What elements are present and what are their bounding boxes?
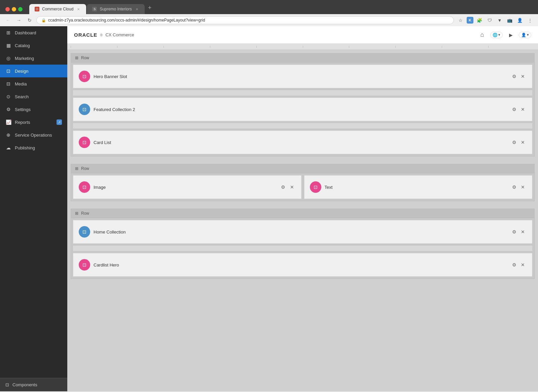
traffic-light-maximize[interactable] <box>18 7 23 11</box>
slot-close-home-collection[interactable]: ✕ <box>519 228 527 236</box>
app-header: ORACLE ® CX Commerce ⌂ 🌐 ▾ ▶ 👤 ▾ <box>67 26 538 44</box>
slot-actions-home-collection: ⚙ ✕ <box>510 228 527 236</box>
slot-close-text[interactable]: ✕ <box>519 183 527 191</box>
header-actions: ⌂ 🌐 ▾ ▶ 👤 ▾ <box>477 30 531 40</box>
slot-name-home-collection: Home Collection <box>94 229 507 235</box>
slot-actions-image: ⚙ ✕ <box>280 183 296 191</box>
ruler-mark <box>210 46 256 48</box>
ruler-between-rows-1 <box>71 159 535 163</box>
traffic-light-close[interactable] <box>5 7 10 11</box>
extension-down[interactable]: ▼ <box>496 16 504 24</box>
sidebar-item-publishing[interactable]: ☁ Publishing <box>0 141 67 154</box>
user-dropdown-arrow: ▾ <box>527 33 529 37</box>
tab-label-commerce: Commerce Cloud <box>42 7 73 11</box>
slot-name-cardlist-hero: Cardlist Hero <box>94 262 507 268</box>
title-bar: O Commerce Cloud ✕ S Supremo Interiors ✕… <box>0 0 538 14</box>
sidebar-item-reports[interactable]: 📈 Reports ↗ <box>0 116 67 129</box>
forward-button[interactable]: → <box>15 16 23 24</box>
new-tab-button[interactable]: + <box>145 4 154 14</box>
slot-gear-image[interactable]: ⚙ <box>280 183 287 191</box>
slot-icon-cardlist-hero: ⊡ <box>79 259 90 271</box>
sidebar-item-settings[interactable]: ⚙ Settings <box>0 103 67 116</box>
slot-close-image[interactable]: ✕ <box>288 183 296 191</box>
slot-name-image: Image <box>94 185 276 190</box>
address-bar-row: ← → ↻ 🔒 ccadmin-z7ya.oracleoutsourcing.c… <box>0 14 538 26</box>
sidebar-item-media[interactable]: ⊟ Media <box>0 77 67 90</box>
row-header-2: ⊞ Row <box>71 164 534 173</box>
traffic-light-minimize[interactable] <box>12 7 16 11</box>
main-content: ORACLE ® CX Commerce ⌂ 🌐 ▾ ▶ 👤 ▾ <box>67 26 538 391</box>
sidebar-item-dashboard[interactable]: ⊞ Dashboard <box>0 26 67 39</box>
row-icon-3: ⊞ <box>75 211 78 216</box>
reports-badge: ↗ <box>57 119 62 125</box>
design-area[interactable]: ⊞ Row ⊡ Hero Banner Slot ⚙ ✕ <box>67 50 538 391</box>
back-button[interactable]: ← <box>4 16 12 24</box>
extension-k[interactable]: K <box>467 17 473 24</box>
extension-puzzle[interactable]: 🧩 <box>475 16 483 24</box>
refresh-button[interactable]: ↻ <box>26 16 34 24</box>
slot-name-featured: Featured Collection 2 <box>94 107 507 112</box>
slot-gear-cardlist-hero[interactable]: ⚙ <box>510 261 518 269</box>
row-icon-1: ⊞ <box>75 56 78 60</box>
slot-close-cardlist-hero[interactable]: ✕ <box>519 261 527 269</box>
search-icon: ⊙ <box>5 94 11 100</box>
dashboard-icon: ⊞ <box>5 30 11 36</box>
sidebar-item-service-operations[interactable]: ⊕ Service Operations <box>0 129 67 141</box>
ruler-mark <box>117 46 164 48</box>
row-section-1: ⊞ Row ⊡ Hero Banner Slot ⚙ ✕ <box>71 53 535 156</box>
sidebar-item-marketing[interactable]: ◎ Marketing <box>0 52 67 65</box>
cast-button[interactable]: 📺 <box>506 16 514 24</box>
sidebar-label-settings: Settings <box>15 107 31 112</box>
ruler-mark <box>349 46 395 48</box>
slot-icon-symbol-card-list: ⊡ <box>82 140 86 145</box>
slot-cardlist-hero: ⊡ Cardlist Hero ⚙ ✕ <box>73 253 532 277</box>
play-button[interactable]: ▶ <box>505 30 516 40</box>
tab-supremo[interactable]: S Supremo Interiors ✕ <box>87 4 144 14</box>
globe-dropdown-arrow: ▾ <box>498 33 500 37</box>
slot-gear-home-collection[interactable]: ⚙ <box>510 228 518 236</box>
user-button[interactable]: 👤 ▾ <box>519 32 531 38</box>
globe-button[interactable]: 🌐 ▾ <box>490 32 503 38</box>
slot-close-hero-banner[interactable]: ✕ <box>519 73 527 80</box>
slot-gear-hero-banner[interactable]: ⚙ <box>510 73 518 80</box>
slot-container-1: ⊡ Hero Banner Slot ⚙ ✕ ⊡ <box>71 63 534 156</box>
slot-icon-featured: ⊡ <box>79 104 90 115</box>
slot-icon-image: ⊡ <box>79 181 90 193</box>
slot-gear-featured[interactable]: ⚙ <box>510 106 518 113</box>
slot-close-card-list[interactable]: ✕ <box>519 139 527 146</box>
extension-shield[interactable]: 🛡 <box>486 16 494 24</box>
sidebar-label-marketing: Marketing <box>15 56 34 61</box>
user-profile-button[interactable]: 👤 <box>516 16 524 24</box>
traffic-lights <box>5 7 23 11</box>
address-field[interactable]: 🔒 ccadmin-z7ya.oracleoutsourcing.com/occ… <box>36 16 454 24</box>
sidebar-item-search[interactable]: ⊙ Search <box>0 90 67 103</box>
menu-button[interactable]: ⋮ <box>526 16 534 24</box>
bookmark-button[interactable]: ☆ <box>457 16 465 24</box>
slot-icon-symbol-hero: ⊡ <box>82 74 86 79</box>
tab-commerce-cloud[interactable]: O Commerce Cloud ✕ <box>29 4 86 14</box>
slot-card-list: ⊡ Card List ⚙ ✕ <box>73 131 532 154</box>
tab-favicon-oracle: O <box>35 7 39 11</box>
ruler-mark <box>164 46 210 48</box>
url-text: ccadmin-z7ya.oracleoutsourcing.com/occs-… <box>48 18 205 23</box>
slot-gear-text[interactable]: ⚙ <box>510 183 518 191</box>
slot-container-2: ⊡ Image ⚙ ✕ ⊡ Text <box>71 173 534 201</box>
row-label-3: Row <box>81 211 89 216</box>
sidebar-label-media: Media <box>15 81 27 86</box>
slot-close-featured[interactable]: ✕ <box>519 106 527 113</box>
ruler-marks <box>71 46 535 48</box>
sidebar-item-design[interactable]: ⊡ Design <box>0 65 67 77</box>
row-icon-2: ⊞ <box>75 166 78 171</box>
sidebar-components[interactable]: ⊡ Components <box>0 378 67 391</box>
cx-text: CX Commerce <box>105 32 134 37</box>
home-button[interactable]: ⌂ <box>477 30 488 40</box>
sidebar-bottom: ⊡ Components <box>0 378 67 391</box>
sidebar-item-catalog[interactable]: ▦ Catalog <box>0 39 67 52</box>
tab-close-commerce[interactable]: ✕ <box>76 7 81 11</box>
row-label-1: Row <box>81 56 89 60</box>
slot-container-3: ⊡ Home Collection ⚙ ✕ ⊡ <box>71 218 534 279</box>
slot-icon-symbol-cardlist: ⊡ <box>82 262 86 268</box>
tab-close-supremo[interactable]: ✕ <box>135 7 139 11</box>
oracle-text: ORACLE <box>74 32 97 38</box>
slot-gear-card-list[interactable]: ⚙ <box>510 139 518 146</box>
